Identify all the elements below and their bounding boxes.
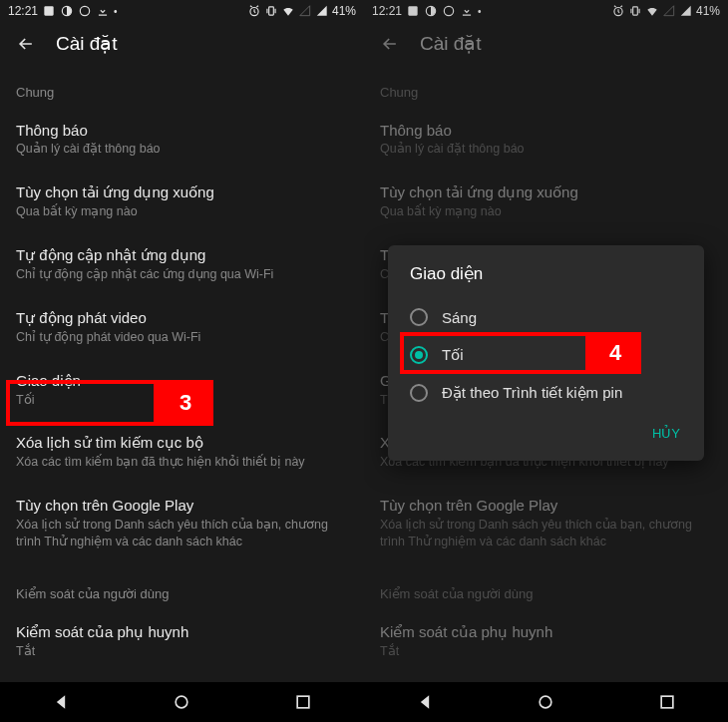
item-subtitle: Xóa lịch sử trong Danh sách yêu thích củ… <box>380 517 712 550</box>
back-arrow-icon[interactable] <box>380 34 400 54</box>
vibrate-icon <box>628 4 642 18</box>
nav-back-icon[interactable] <box>415 692 435 712</box>
svg-point-12 <box>541 696 552 708</box>
item-title: Thông báo <box>16 122 348 139</box>
circle-half-icon <box>60 4 74 18</box>
item-title: Thông báo <box>380 122 712 139</box>
item-subtitle: Chỉ tự động cập nhật các ứng dụng qua Wi… <box>16 266 348 283</box>
theme-dialog: Giao diện Sáng Tối Đặt theo Trình tiết k… <box>388 245 704 461</box>
item-auto-update[interactable]: Tự động cập nhật ứng dụng Chỉ tự động cậ… <box>0 234 364 297</box>
item-parental-controls[interactable]: Kiểm soát của phụ huynh Tắt <box>0 611 364 674</box>
wifi-icon <box>645 4 659 18</box>
item-title: Tự động cập nhật ứng dụng <box>16 246 348 264</box>
item-subtitle: Xóa lịch sử trong Danh sách yêu thích củ… <box>16 517 348 550</box>
radio-option-light[interactable]: Sáng <box>388 298 704 336</box>
svg-rect-4 <box>269 7 274 15</box>
item-clear-search[interactable]: Xóa lịch sử tìm kiếm cục bộ Xóa các tìm … <box>0 422 364 485</box>
phone-screen-right: 12:21 • 41% Cài đặt Chung Thông báo Quản… <box>364 0 728 722</box>
download-icon <box>96 4 110 18</box>
circle-icon <box>78 4 92 18</box>
item-google-play-pref[interactable]: Tùy chọn trên Google Play Xóa lịch sử tr… <box>0 485 364 564</box>
nav-recent-icon[interactable] <box>293 692 313 712</box>
item-autoplay-video[interactable]: Tự động phát video Chỉ tự động phát vide… <box>0 297 364 360</box>
radio-option-dark[interactable]: Tối <box>388 336 704 374</box>
annotation-number-4: 4 <box>589 332 641 374</box>
annotation-number-3: 3 <box>158 380 213 426</box>
nav-home-icon[interactable] <box>536 692 555 712</box>
svg-rect-13 <box>661 696 673 708</box>
download-icon <box>460 4 474 18</box>
notif-icon <box>406 4 420 18</box>
app-header: Cài đặt <box>364 22 728 63</box>
section-general: Chung <box>364 63 728 110</box>
radio-label: Đặt theo Trình tiết kiệm pin <box>442 384 622 402</box>
item-notifications[interactable]: Thông báo Quản lý cài đặt thông báo <box>364 110 728 172</box>
nav-home-icon[interactable] <box>172 692 191 712</box>
item-title: Tùy chọn tải ứng dụng xuống <box>380 183 712 201</box>
nav-bar <box>364 682 728 722</box>
item-title: Tùy chọn trên Google Play <box>380 497 712 515</box>
radio-label: Tối <box>442 346 464 364</box>
svg-rect-11 <box>633 7 638 15</box>
dialog-title: Giao diện <box>388 263 704 298</box>
item-subtitle: Tắt <box>380 643 712 660</box>
circle-icon <box>442 4 456 18</box>
item-google-play-pref[interactable]: Tùy chọn trên Google Play Xóa lịch sử tr… <box>364 485 728 564</box>
radio-icon <box>410 384 428 402</box>
radio-checked-icon <box>410 346 428 364</box>
item-title: Kiểm soát của phụ huynh <box>16 623 348 641</box>
alarm-icon <box>611 4 625 18</box>
radio-label: Sáng <box>442 309 477 326</box>
page-title: Cài đặt <box>420 32 482 55</box>
item-parental-controls[interactable]: Kiểm soát của phụ huynh Tắt <box>364 611 728 674</box>
item-subtitle: Qua bất kỳ mạng nào <box>16 203 348 220</box>
nav-recent-icon[interactable] <box>657 692 677 712</box>
item-notifications[interactable]: Thông báo Quản lý cài đặt thông báo <box>0 110 364 172</box>
svg-rect-6 <box>297 696 309 708</box>
svg-point-5 <box>177 696 188 708</box>
item-subtitle: Qua bất kỳ mạng nào <box>380 203 712 220</box>
item-title: Tùy chọn trên Google Play <box>16 497 348 515</box>
back-arrow-icon[interactable] <box>16 34 36 54</box>
section-user-controls: Kiểm soát của người dùng <box>0 564 364 611</box>
item-title: Tùy chọn tải ứng dụng xuống <box>16 183 348 201</box>
status-bar: 12:21 • 41% <box>0 0 364 22</box>
signal-icon <box>315 4 329 18</box>
dot-icon: • <box>114 6 118 17</box>
item-title: Kiểm soát của phụ huynh <box>380 623 712 641</box>
svg-rect-7 <box>408 6 417 15</box>
signal-empty-icon <box>298 4 312 18</box>
circle-half-icon <box>424 4 438 18</box>
item-title: Xóa lịch sử tìm kiếm cục bộ <box>16 434 348 452</box>
signal-icon <box>679 4 693 18</box>
item-subtitle: Chỉ tự động phát video qua Wi-Fi <box>16 329 348 346</box>
phone-screen-left: 12:21 • 41% Cài đặt Chung Thông báo Quản… <box>0 0 364 722</box>
status-time: 12:21 <box>372 4 402 18</box>
item-download-pref[interactable]: Tùy chọn tải ứng dụng xuống Qua bất kỳ m… <box>364 172 728 234</box>
wifi-icon <box>281 4 295 18</box>
radio-icon <box>410 308 428 326</box>
battery-text: 41% <box>332 4 356 18</box>
svg-point-2 <box>80 6 89 15</box>
svg-point-9 <box>444 6 453 15</box>
status-time: 12:21 <box>8 4 38 18</box>
item-download-pref[interactable]: Tùy chọn tải ứng dụng xuống Qua bất kỳ m… <box>0 172 364 234</box>
app-header: Cài đặt <box>0 22 364 63</box>
notif-icon <box>42 4 56 18</box>
signal-empty-icon <box>662 4 676 18</box>
alarm-icon <box>247 4 261 18</box>
page-title: Cài đặt <box>56 32 118 55</box>
section-user-controls: Kiểm soát của người dùng <box>364 564 728 611</box>
nav-back-icon[interactable] <box>51 692 71 712</box>
item-subtitle: Tắt <box>16 643 348 660</box>
cancel-button[interactable]: HỦY <box>642 418 690 449</box>
vibrate-icon <box>264 4 278 18</box>
section-general: Chung <box>0 63 364 110</box>
battery-text: 41% <box>696 4 720 18</box>
item-subtitle: Quản lý cài đặt thông báo <box>380 141 712 158</box>
dot-icon: • <box>478 6 482 17</box>
radio-option-battery-saver[interactable]: Đặt theo Trình tiết kiệm pin <box>388 374 704 412</box>
item-title: Tự động phát video <box>16 309 348 327</box>
item-subtitle: Quản lý cài đặt thông báo <box>16 141 348 158</box>
svg-rect-0 <box>44 6 53 15</box>
